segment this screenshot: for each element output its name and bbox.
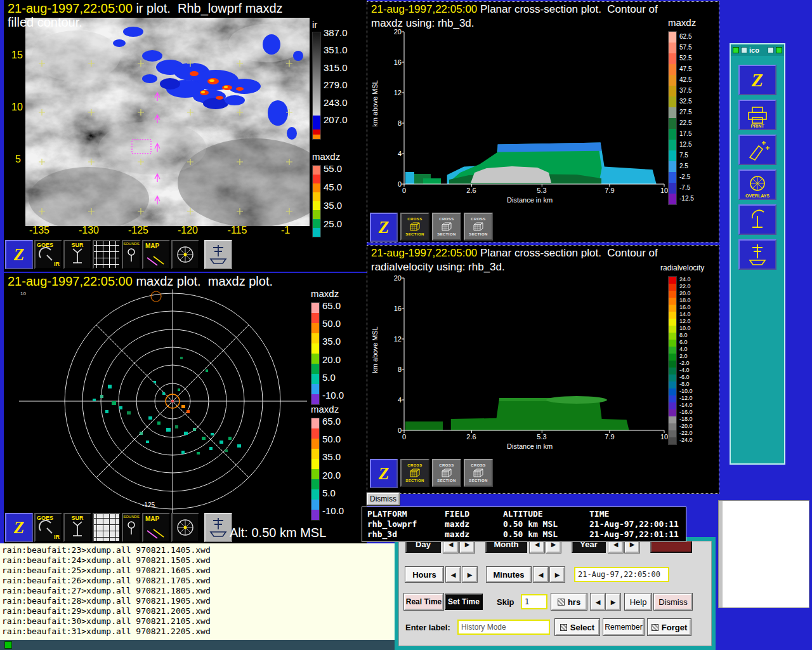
forget-button[interactable]: Forget (648, 619, 691, 635)
colorbar-tick: -16.0 (679, 409, 693, 416)
forget-label: Forget (662, 623, 687, 632)
terminal-window[interactable]: rain:beaufait:23>xdump.all 970821.1405.x… (0, 543, 395, 640)
skip-back-button[interactable]: ◀ (591, 594, 605, 610)
zeb-logo-button[interactable]: Z (5, 240, 33, 269)
year-button[interactable]: Year (572, 541, 606, 553)
skip-value-field[interactable]: 1 (521, 594, 547, 609)
print-button[interactable]: PRINT (738, 100, 776, 130)
skip-units-button[interactable]: hrs (551, 594, 587, 610)
zeb-logo-button[interactable]: Z (5, 513, 33, 542)
zeb-logo-button[interactable]: Z (370, 459, 398, 488)
colorbar-cell (669, 43, 676, 53)
cross-section-button-active[interactable]: CROSS SECTION (400, 459, 429, 487)
ppi-radar-plot[interactable] (13, 289, 307, 513)
day-increment-button[interactable]: ▶ (460, 541, 475, 553)
print-label: PRINT (740, 124, 775, 128)
colorbar-tick: 55.0 (324, 164, 342, 173)
hours-button[interactable]: Hours (405, 567, 443, 582)
minutes-decrement-button[interactable]: ◀ (534, 567, 548, 582)
soundings-button[interactable]: SOUNDS (122, 240, 141, 269)
cross-section-button[interactable]: CROSS SECTION (464, 459, 493, 487)
goes-ir-button[interactable]: GOES IR (34, 240, 62, 269)
cross-section-plot[interactable]: 20 16 12 8 4 0 0 2.6 5.3 7.9 10 Distance… (386, 275, 665, 459)
day-button[interactable]: Day (405, 541, 441, 553)
help-button[interactable]: Help (625, 594, 652, 610)
section-label: SECTION (437, 479, 455, 482)
remember-button[interactable]: Remember (603, 619, 644, 635)
minutes-increment-button[interactable]: ▶ (550, 567, 565, 582)
surface-radar-button[interactable]: SUR (63, 240, 91, 269)
real-time-button[interactable]: Real Time (404, 594, 443, 610)
maximize-icon[interactable] (776, 47, 782, 53)
cube-icon (440, 221, 454, 232)
y-axis-tick: 20 (386, 28, 402, 36)
map-overlay-button[interactable]: MAP (142, 240, 170, 269)
month-increment-button[interactable]: ▶ (546, 541, 561, 553)
minutes-button[interactable]: Minutes (487, 567, 531, 582)
overlays-button[interactable]: OVERLAYS (738, 169, 776, 200)
zeb-logo-button[interactable]: Z (738, 65, 776, 95)
sur-label: SUR (71, 515, 83, 521)
map-overlay-button[interactable]: MAP (142, 513, 170, 542)
window-menu-icon[interactable] (733, 47, 739, 53)
optics-widget-button[interactable] (171, 240, 199, 269)
month-decrement-button[interactable]: ◀ (530, 541, 544, 553)
window-button-icon[interactable] (741, 47, 747, 53)
optics-widget-button[interactable] (171, 513, 199, 542)
datetime-field[interactable]: 21-Aug-97,22:05:00 (574, 567, 669, 582)
minimize-icon[interactable] (768, 47, 774, 53)
cross-section-button[interactable]: CROSS SECTION (464, 213, 493, 241)
grid-overlay-button[interactable] (93, 240, 121, 269)
year-increment-button[interactable]: ▶ (625, 541, 639, 553)
goes-ir-button[interactable]: GOES IR (34, 513, 62, 542)
time-control-panel: Day ◀ ▶ Month ◀ ▶ Year ◀ ▶ Hours ◀ ▶ Min… (398, 541, 712, 646)
scrollbar[interactable] (719, 501, 723, 607)
x-axis-tick: 7.9 (605, 187, 614, 194)
cross-section-plot[interactable]: 20 16 12 8 4 0 0 2.6 5.3 7.9 10 Distance… (386, 29, 665, 213)
status-indicator-icon[interactable] (4, 641, 12, 649)
grid-overlay-button[interactable] (93, 513, 121, 542)
arrow-left-icon: ◀ (451, 571, 456, 578)
label-field[interactable]: History Mode (457, 620, 550, 635)
select-button[interactable]: Select (555, 619, 599, 635)
longitude-tick: -125 (142, 501, 155, 508)
partial-button[interactable] (650, 541, 692, 553)
cross-section-button-active[interactable]: CROSS SECTION (400, 213, 429, 241)
ship-platform-button[interactable] (204, 240, 232, 269)
colorbar-cell (311, 439, 319, 449)
x-axis-tick: -125 (128, 225, 148, 236)
dialog-dismiss-button[interactable]: Dismiss (654, 594, 692, 610)
surface-radar-button[interactable]: SUR (63, 513, 91, 542)
colorbar-cell (669, 416, 676, 423)
select-label: Select (570, 623, 594, 632)
terminal-line: rain:beaufait:23>xdump.all 970821.1405.x… (2, 545, 395, 555)
zeb-logo-button[interactable]: Z (370, 213, 398, 242)
radar-dish-button[interactable] (738, 204, 776, 235)
colorbar-cell (669, 375, 676, 381)
palette-titlebar[interactable]: ico (731, 44, 784, 56)
x-axis-tick: 10 (660, 187, 668, 194)
arrow-left-icon: ◀ (539, 571, 544, 578)
table-row: rhb_3dmaxdz0.50 km MSL21-Aug-97,22:01:11 (362, 529, 686, 540)
ship-platform-button[interactable] (204, 513, 232, 542)
annotate-button[interactable] (738, 135, 776, 165)
skip-forward-button[interactable]: ▶ (606, 594, 620, 610)
background-window (718, 500, 809, 608)
soundings-button[interactable]: SOUNDS (122, 513, 141, 542)
satellite-image-plot[interactable] (25, 18, 310, 226)
hours-increment-button[interactable]: ▶ (462, 567, 477, 582)
ship-platform-button[interactable] (738, 239, 776, 270)
colorbar-tick: 10.0 (679, 325, 693, 332)
hours-decrement-button[interactable]: ◀ (446, 567, 461, 582)
dismiss-button[interactable]: Dismiss (367, 493, 400, 505)
cross-section-button[interactable]: CROSS SECTION (432, 213, 461, 241)
year-decrement-button[interactable]: ◀ (608, 541, 623, 553)
day-decrement-button[interactable]: ◀ (443, 541, 458, 553)
radar-dish-icon (743, 207, 771, 232)
colorbar-cell (311, 374, 319, 384)
month-button[interactable]: Month (485, 541, 527, 553)
cross-section-button[interactable]: CROSS SECTION (432, 459, 461, 487)
colorbar-cell (669, 409, 676, 416)
set-time-button[interactable]: Set Time (445, 594, 483, 610)
cube-icon (408, 221, 422, 232)
